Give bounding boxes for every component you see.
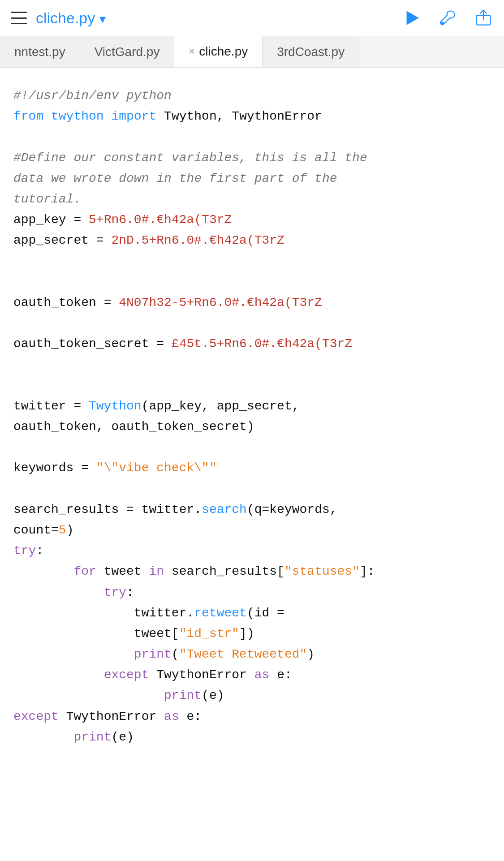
code-app-key: app_key = 5+R­n6.0#.€h42a(T3rZ	[13, 210, 491, 230]
toolbar-actions	[402, 8, 493, 28]
blank-3	[13, 272, 491, 293]
file-title[interactable]: cliche.py ▾	[36, 9, 106, 27]
blank-4	[13, 313, 491, 334]
code-twitter-2: oauth_token, oauth_token_secret)	[13, 417, 491, 437]
code-search-1: search_results = twitter.search(q=keywor…	[13, 499, 491, 520]
blank-5	[13, 354, 491, 375]
tab-3rdcoast-label: 3rdCoast.py	[277, 45, 345, 59]
code-oauth-token-secret: oauth_token_secret = £45t.5+R­n6.0#.€h42…	[13, 334, 491, 354]
code-comment-3: tutorial.	[13, 189, 491, 210]
tab-cliche[interactable]: × cliche.py	[174, 36, 263, 68]
code-oauth-token: oauth_token = 4N07h32-5+R­n6.0#.€h42a(T3…	[13, 293, 491, 313]
svg-point-1	[442, 22, 443, 24]
code-print-2: print(e)	[13, 685, 491, 706]
code-app-secret: app_secret = 2nD.5+R­n6.0#.€h42a(T3rZ	[13, 230, 491, 251]
code-print-1: print("Tweet Retweeted")	[13, 644, 491, 665]
code-try-1: try:	[13, 541, 491, 561]
code-keywords: keywords = "\"vibe check\""	[13, 458, 491, 478]
export-button[interactable]	[474, 8, 493, 28]
code-print-3: print(e)	[13, 727, 491, 748]
code-editor[interactable]: #!/usr/bin/env python from twython impor…	[0, 68, 504, 775]
blank-7	[13, 437, 491, 458]
code-except-2: except TwythonError as e:	[13, 706, 491, 727]
code-comment-2: data we wrote down in the first part of …	[13, 168, 491, 189]
toolbar: cliche.py ▾	[0, 0, 504, 36]
close-tab-icon[interactable]: ×	[189, 46, 194, 57]
tab-victgard[interactable]: VictGard.py	[80, 36, 175, 67]
blank-6	[13, 375, 491, 396]
run-button[interactable]	[402, 8, 422, 28]
tab-cliche-label: cliche.py	[199, 44, 248, 59]
code-search-2: count=5)	[13, 520, 491, 541]
code-for: for tweet in search_results["statuses"]:	[13, 561, 491, 582]
tab-3rdcoast[interactable]: 3rdCoast.py	[263, 36, 359, 67]
code-except-1: except TwythonError as e:	[13, 665, 491, 685]
file-title-text: cliche.py	[36, 9, 95, 26]
code-shebang: #!/usr/bin/env python	[13, 86, 491, 106]
code-comment-1: #Define our constant variables, this is …	[13, 148, 491, 168]
code-retweet-2: tweet["id_str"])	[13, 624, 491, 644]
tools-button[interactable]	[438, 8, 457, 28]
code-try-2: try:	[13, 582, 491, 603]
svg-marker-0	[407, 12, 418, 24]
tab-bar: nntest.py VictGard.py × cliche.py 3rdCoa…	[0, 36, 504, 68]
blank-2	[13, 251, 491, 272]
file-dropdown-arrow[interactable]: ▾	[99, 12, 106, 26]
tab-nntest-label: nntest.py	[14, 45, 65, 59]
code-import: from twython import Twython, TwythonErro…	[13, 106, 491, 127]
code-twitter-1: twitter = Twython(app_key, app_secret,	[13, 396, 491, 417]
hamburger-menu-icon[interactable]	[11, 12, 27, 24]
tab-nntest[interactable]: nntest.py	[0, 36, 80, 67]
tab-victgard-label: VictGard.py	[95, 45, 160, 59]
code-retweet-1: twitter.retweet(id =	[13, 603, 491, 624]
blank-1	[13, 127, 491, 147]
blank-8	[13, 479, 491, 499]
